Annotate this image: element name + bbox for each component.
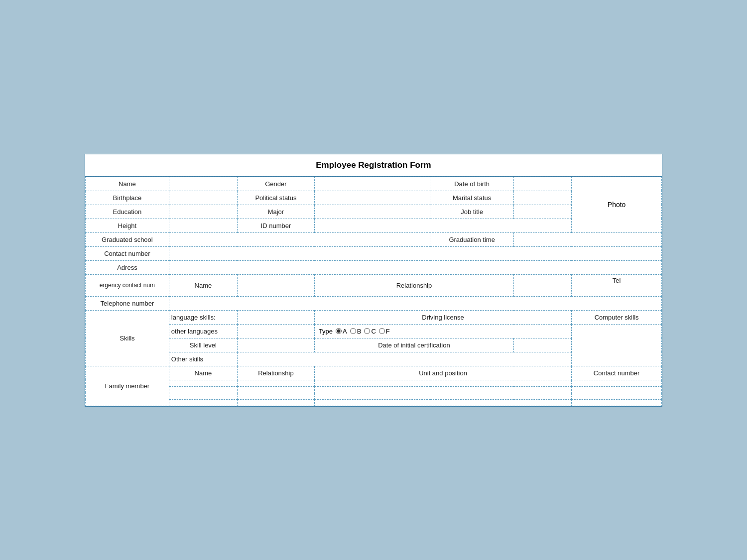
ec-name-label: Name	[169, 274, 237, 296]
graduation-time-input[interactable]	[514, 232, 662, 246]
fm-unit-4[interactable]	[314, 399, 571, 406]
relationship-input[interactable]	[514, 274, 572, 296]
graduated-school-input[interactable]	[169, 232, 430, 246]
address-input[interactable]	[169, 260, 661, 274]
radio-a-label: A	[343, 328, 347, 335]
education-label: Education	[86, 205, 169, 219]
table-row: Telephone number	[86, 296, 662, 310]
height-label: Height	[86, 219, 169, 232]
gender-label: Gender	[237, 177, 314, 191]
name-input[interactable]	[169, 177, 237, 191]
radio-f-circle[interactable]	[379, 328, 385, 334]
table-row: Adress	[86, 260, 662, 274]
radio-f-label: F	[386, 328, 390, 335]
other-skills-label: Other skills	[169, 352, 237, 366]
fm-unit-1[interactable]	[314, 380, 571, 386]
skills-label: Skills	[86, 310, 169, 366]
other-languages-label: other languages	[169, 324, 237, 338]
telephone-number-input[interactable]	[169, 296, 661, 310]
other-skills-input[interactable]	[237, 352, 571, 366]
fm-relationship-1[interactable]	[237, 380, 314, 386]
table-row	[86, 393, 662, 399]
type-label: Type	[319, 328, 333, 335]
name-label: Name	[86, 177, 169, 191]
radio-c-circle[interactable]	[364, 328, 370, 334]
fm-contact-4[interactable]	[572, 399, 662, 406]
table-row: other languages Type A B C	[86, 324, 662, 338]
major-input[interactable]	[314, 205, 430, 219]
fm-unit-position-header: Unit and position	[314, 366, 571, 380]
major-label: Major	[237, 205, 314, 219]
computer-skills-label: Computer skills	[572, 310, 662, 324]
fm-name-1[interactable]	[169, 380, 237, 386]
table-row: Skills language skills: Driving license …	[86, 310, 662, 324]
table-row	[86, 399, 662, 406]
relationship-label: Relationship	[314, 274, 513, 296]
date-initial-cert-label: Date of initial certification	[314, 338, 513, 352]
radio-item-b[interactable]: B	[350, 328, 362, 335]
fm-contact-header: Contact number	[572, 366, 662, 380]
language-skills-label: language skills:	[169, 310, 237, 324]
contact-number-input[interactable]	[169, 246, 661, 260]
fm-name-header: Name	[169, 366, 237, 380]
fm-name-3[interactable]	[169, 393, 237, 399]
birthplace-label: Birthplace	[86, 191, 169, 205]
driving-license-label: Driving license	[314, 310, 571, 324]
other-languages-input[interactable]	[237, 324, 314, 338]
driving-license-type-cell: Type A B C F	[314, 324, 571, 338]
computer-skills-input[interactable]	[572, 324, 662, 366]
fm-contact-1[interactable]	[572, 380, 662, 386]
address-label: Adress	[86, 260, 169, 274]
fm-relationship-4[interactable]	[237, 399, 314, 406]
political-status-input[interactable]	[314, 191, 430, 205]
graduation-time-label: Graduation time	[430, 232, 514, 246]
skill-level-label: Skill level	[169, 338, 237, 352]
fm-unit-3[interactable]	[314, 393, 571, 399]
radio-item-a[interactable]: A	[336, 328, 347, 335]
fm-unit-2[interactable]	[314, 386, 571, 393]
table-row: Graduated school Graduation time	[86, 232, 662, 246]
tel-input[interactable]	[574, 284, 659, 294]
date-initial-cert-input[interactable]	[514, 338, 572, 352]
table-row: ergency contact num Name Relationship Te…	[86, 274, 662, 296]
table-row	[86, 386, 662, 393]
education-input[interactable]	[169, 205, 237, 219]
table-row: Contact number	[86, 246, 662, 260]
form-container: Employee Registration Form Name Gender D…	[85, 154, 662, 407]
marital-status-input[interactable]	[514, 191, 572, 205]
radio-b-label: B	[357, 328, 362, 335]
fm-relationship-3[interactable]	[237, 393, 314, 399]
language-skills-input[interactable]	[237, 310, 314, 324]
birthplace-input[interactable]	[169, 191, 237, 205]
marital-status-label: Marital status	[430, 191, 514, 205]
id-number-input[interactable]	[314, 219, 571, 232]
skill-level-input[interactable]	[237, 338, 314, 352]
dob-label: Date of birth	[430, 177, 514, 191]
ec-name-input[interactable]	[237, 274, 314, 296]
fm-name-2[interactable]	[169, 386, 237, 393]
gender-input[interactable]	[314, 177, 430, 191]
radio-group-type: Type A B C F	[319, 328, 567, 335]
contact-number-label: Contact number	[86, 246, 169, 260]
job-title-input[interactable]	[514, 205, 572, 219]
radio-a-circle[interactable]	[336, 328, 342, 334]
telephone-number-label: Telephone number	[86, 296, 169, 310]
table-row: Family member Name Relationship Unit and…	[86, 366, 662, 380]
fm-contact-2[interactable]	[572, 386, 662, 393]
dob-input[interactable]	[514, 177, 572, 191]
tel-label: Tel	[572, 274, 662, 296]
id-number-label: ID number	[237, 219, 314, 232]
radio-c-label: C	[371, 328, 375, 335]
fm-contact-3[interactable]	[572, 393, 662, 399]
fm-name-4[interactable]	[169, 399, 237, 406]
emergency-contact-label: ergency contact num	[86, 274, 169, 296]
radio-item-c[interactable]: C	[364, 328, 375, 335]
height-input[interactable]	[169, 219, 237, 232]
family-member-label: Family member	[86, 366, 169, 406]
radio-item-f[interactable]: F	[379, 328, 390, 335]
radio-b-circle[interactable]	[350, 328, 356, 334]
political-status-label: Political status	[237, 191, 314, 205]
graduated-school-label: Graduated school	[86, 232, 169, 246]
fm-relationship-header: Relationship	[237, 366, 314, 380]
fm-relationship-2[interactable]	[237, 386, 314, 393]
